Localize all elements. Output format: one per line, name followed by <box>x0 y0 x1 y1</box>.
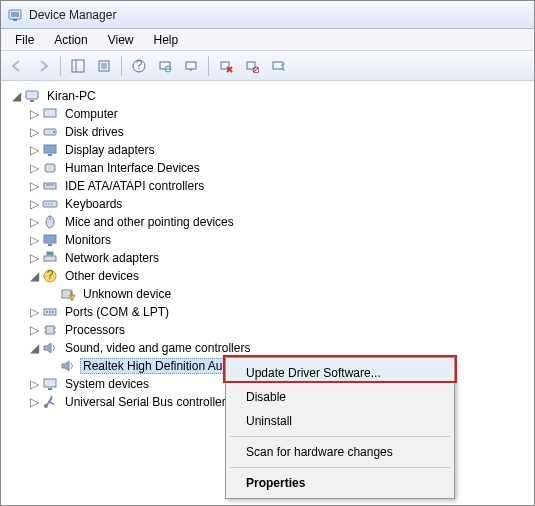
tree-root[interactable]: ◢ Kiran-PC <box>5 87 534 105</box>
tree-label[interactable]: Universal Serial Bus controllers <box>62 394 235 410</box>
svg-rect-24 <box>44 145 56 153</box>
tree-item-other[interactable]: ◢?Other devices <box>5 267 534 285</box>
svg-point-46 <box>49 311 51 313</box>
tree-label[interactable]: System devices <box>62 376 152 392</box>
expand-spacer <box>45 287 59 301</box>
svg-marker-53 <box>44 343 51 353</box>
expand-icon[interactable]: ▷ <box>27 323 41 337</box>
tree-label[interactable]: Ports (COM & LPT) <box>62 304 172 320</box>
tree-label[interactable]: IDE ATA/ATAPI controllers <box>62 178 207 194</box>
help-button[interactable]: ? <box>127 54 151 78</box>
menu-help[interactable]: Help <box>144 30 189 50</box>
tree-label[interactable]: Kiran-PC <box>44 88 99 104</box>
tree-label[interactable]: Unknown device <box>80 286 174 302</box>
expand-icon[interactable]: ▷ <box>27 233 41 247</box>
context-uninstall[interactable]: Uninstall <box>228 409 452 433</box>
disable-button[interactable] <box>240 54 264 78</box>
tree-item-processors[interactable]: ▷Processors <box>5 321 534 339</box>
context-menu: Update Driver Software... Disable Uninst… <box>225 357 455 499</box>
keyboard-icon <box>42 196 58 212</box>
titlebar: Device Manager <box>1 1 534 29</box>
expand-icon[interactable]: ▷ <box>27 143 41 157</box>
svg-rect-21 <box>44 109 56 117</box>
uninstall-button[interactable] <box>214 54 238 78</box>
menu-action[interactable]: Action <box>44 30 97 50</box>
svg-rect-56 <box>48 388 52 390</box>
tree-label[interactable]: Monitors <box>62 232 114 248</box>
expand-icon[interactable]: ▷ <box>27 395 41 409</box>
svg-rect-26 <box>45 164 55 172</box>
expand-icon[interactable]: ▷ <box>27 377 41 391</box>
collapse-icon[interactable]: ◢ <box>27 269 41 283</box>
context-scan[interactable]: Scan for hardware changes <box>228 440 452 464</box>
scan-button[interactable] <box>153 54 177 78</box>
forward-button[interactable] <box>31 54 55 78</box>
expand-icon[interactable]: ▷ <box>27 107 41 121</box>
tree-item-keyboards[interactable]: ▷Keyboards <box>5 195 534 213</box>
tree-label[interactable]: Mice and other pointing devices <box>62 214 237 230</box>
properties-button[interactable] <box>92 54 116 78</box>
tree-item-ide[interactable]: ▷IDE ATA/ATAPI controllers <box>5 177 534 195</box>
context-update-driver[interactable]: Update Driver Software... <box>228 361 452 385</box>
context-separator <box>230 467 450 468</box>
svg-rect-13 <box>186 62 196 69</box>
toolbar-separator <box>60 56 61 76</box>
tree-label[interactable]: Network adapters <box>62 250 162 266</box>
tree-item-sound[interactable]: ◢Sound, video and game controllers <box>5 339 534 357</box>
tree-label[interactable]: Disk drives <box>62 124 127 140</box>
tree-item-mice[interactable]: ▷Mice and other pointing devices <box>5 213 534 231</box>
tree-label[interactable]: Display adapters <box>62 142 157 158</box>
tree-item-computer[interactable]: ▷Computer <box>5 105 534 123</box>
expand-icon[interactable]: ▷ <box>27 161 41 175</box>
tree-item-ports[interactable]: ▷Ports (COM & LPT) <box>5 303 534 321</box>
update-driver-button[interactable] <box>179 54 203 78</box>
app-icon <box>7 7 23 23</box>
tree-label[interactable]: Processors <box>62 322 128 338</box>
tree-item-monitors[interactable]: ▷Monitors <box>5 231 534 249</box>
svg-text:!: ! <box>70 289 73 302</box>
expand-icon[interactable]: ▷ <box>27 305 41 319</box>
context-disable[interactable]: Disable <box>228 385 452 409</box>
computer-icon <box>42 106 58 122</box>
network-icon <box>42 250 58 266</box>
back-button[interactable] <box>5 54 29 78</box>
context-separator <box>230 436 450 437</box>
mouse-icon <box>42 214 58 230</box>
menubar: File Action View Help <box>1 29 534 51</box>
svg-rect-3 <box>72 60 84 72</box>
expand-icon[interactable]: ▷ <box>27 197 41 211</box>
scan-hardware-button[interactable] <box>266 54 290 78</box>
expand-icon[interactable]: ▷ <box>27 125 41 139</box>
system-icon <box>42 376 58 392</box>
processor-icon <box>42 322 58 338</box>
usb-icon <box>42 394 58 410</box>
menu-view[interactable]: View <box>98 30 144 50</box>
context-menu-overlay: Update Driver Software... Disable Uninst… <box>225 357 455 499</box>
svg-rect-55 <box>44 379 56 387</box>
tree-item-display[interactable]: ▷Display adapters <box>5 141 534 159</box>
menu-file[interactable]: File <box>5 30 44 50</box>
tree-item-hid[interactable]: ▷Human Interface Devices <box>5 159 534 177</box>
svg-rect-38 <box>47 252 53 255</box>
collapse-icon[interactable]: ◢ <box>9 89 23 103</box>
expand-icon[interactable]: ▷ <box>27 251 41 265</box>
expand-icon[interactable]: ▷ <box>27 215 41 229</box>
svg-point-30 <box>45 203 46 204</box>
tree-item-unknown[interactable]: !Unknown device <box>5 285 534 303</box>
context-properties[interactable]: Properties <box>228 471 452 495</box>
tree-label[interactable]: Other devices <box>62 268 142 284</box>
tree-item-disk[interactable]: ▷Disk drives <box>5 123 534 141</box>
tree-label-selected[interactable]: Realtek High Definition Audio <box>80 358 241 374</box>
console-tree-button[interactable] <box>66 54 90 78</box>
tree-label[interactable]: Keyboards <box>62 196 125 212</box>
svg-point-45 <box>46 311 48 313</box>
tree-label[interactable]: Computer <box>62 106 121 122</box>
tree-label[interactable]: Human Interface Devices <box>62 160 203 176</box>
expand-icon[interactable]: ▷ <box>27 179 41 193</box>
svg-rect-27 <box>44 183 56 189</box>
hid-icon <box>42 160 58 176</box>
tree-label[interactable]: Sound, video and game controllers <box>62 340 253 356</box>
tree-item-network[interactable]: ▷Network adapters <box>5 249 534 267</box>
svg-rect-36 <box>48 244 52 246</box>
collapse-icon[interactable]: ◢ <box>27 341 41 355</box>
